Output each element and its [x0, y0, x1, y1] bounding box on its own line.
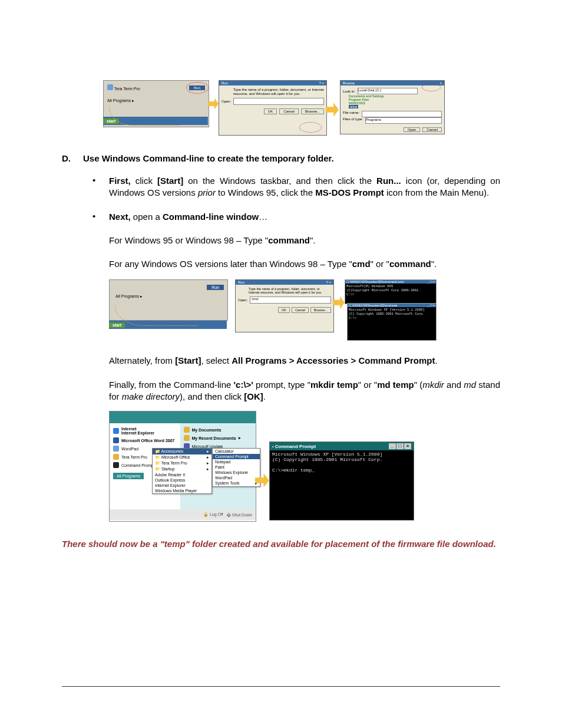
bullet-icon: • [92, 175, 109, 199]
fly2-notepad: Notepad [213, 459, 260, 465]
fly-tera: 📁 Tera Term Pro▸ [153, 460, 211, 466]
open-label: Open: [222, 100, 231, 103]
open-label2: Open: [238, 298, 247, 302]
subpara-win95: For Windows 95 or Windows 98 – Type "com… [109, 235, 500, 246]
open-field [233, 98, 324, 105]
annotation-circle-icon [186, 82, 209, 94]
logoff-btn: 🔒 Log Off [203, 512, 223, 517]
menu-run-highlight2: Run [207, 285, 224, 290]
browse-button2: Browse... [310, 307, 331, 313]
fig1-run-dialog: Run? × Type the name of a program, folde… [219, 80, 327, 136]
ok-button2: OK [278, 307, 290, 313]
document-page: Tera Term Pro All Programs ▸ Run ● Log O… [0, 0, 562, 728]
fig2-run-dialog: Run? × Type the name of a program, folde… [235, 279, 334, 332]
section-letter: D. [62, 153, 83, 163]
annotation-circle-icon [422, 83, 441, 91]
menu-internet: Internet Internet Explorer [113, 426, 177, 436]
app-icon [107, 84, 113, 90]
menu-word: Microsoft Office Word 2007 [113, 436, 177, 444]
folder-list: Documents and Settings Program Files WIN… [343, 94, 442, 108]
fly-accessories: 📁 Accessories▸ [153, 449, 211, 454]
cancel-button2: Cancel [292, 307, 309, 313]
subpara-alternate: Alternately, from [Start], select All Pr… [109, 355, 500, 367]
wordpad-icon [113, 446, 119, 452]
ok-button: OK [264, 108, 277, 114]
fly2-wordpad: WordPad [213, 475, 260, 480]
window-controls: _□× [388, 443, 411, 449]
fly-startup: 📁 Startup▸ [153, 466, 211, 472]
arrow-icon [333, 296, 345, 309]
window-controls: × [439, 81, 442, 85]
filename-label: File name: [343, 111, 359, 117]
fig2-terminal-cmd: C:\WINDOWS\system32\cmd.exe_ □ × Microso… [347, 303, 437, 341]
folder-icon [184, 435, 190, 441]
browse-button: Browse... [301, 108, 324, 114]
fig1-browse-dialog: Browse× Look in: Local Disk (C:) Documen… [340, 80, 445, 134]
fly2-cmd: Command Prompt [213, 454, 260, 459]
fig2-terminal-dos: C:\WINDOWS\system32\command.com_ □ × Mic… [345, 279, 437, 304]
flyout-all-programs: 📁 Accessories▸ 📁 Microsoft Office▸ 📁 Ter… [152, 448, 212, 494]
bullet-next: • Next, open a Command-line window… [92, 211, 500, 223]
word-icon [113, 437, 119, 443]
fly2-systools: System Tools▸ [213, 480, 260, 486]
annotation-circle-icon [299, 122, 322, 133]
fly-msoffice: 📁 Microsoft Office▸ [153, 454, 211, 460]
menu-allprograms2: All Programs ▸ [115, 294, 143, 299]
fly-outlook: Outlook Express [153, 477, 211, 483]
run-title2: Run [238, 281, 244, 284]
menu-recent: My Recent Documents ▸ [184, 434, 252, 442]
run-desc2: Type the name of a program, folder, docu… [236, 285, 333, 295]
all-programs-btn: All Programs [113, 473, 144, 479]
bullet-first: • First, click [Start] on the Windows ta… [92, 175, 500, 199]
browse-title: Browse [343, 81, 355, 85]
menu-tera: Tera Term Pro [107, 84, 140, 91]
tera-icon [113, 454, 119, 460]
start-button2: start [109, 322, 125, 328]
window-controls: ? × [319, 81, 324, 85]
subpara-finally: Finally, from the Command-line 'c:\>' pr… [109, 379, 500, 403]
fly-ie: Internet Explorer [153, 483, 211, 488]
fly-adobe: Adobe Reader X [153, 472, 211, 477]
subpara-later: For any Windows OS versions later than W… [109, 258, 500, 270]
annotation-arrow-curve [109, 106, 180, 126]
ie-icon [113, 428, 119, 434]
filesoftype-label: Files of type: [343, 117, 363, 124]
lookin-field: Local Disk (C:) [358, 88, 418, 94]
fly2-wexpl: Windows Explorer [213, 470, 260, 475]
menu-mydocs: My Documents [184, 426, 252, 434]
flyout-accessories: Calculator Command Prompt Notepad Paint … [212, 448, 260, 487]
menu-allprograms: All Programs ▸ [107, 98, 134, 103]
final-note: There should now be a "temp" folder crea… [62, 538, 500, 550]
arrow-icon [208, 98, 219, 110]
fly-wmp: Windows Media Player [153, 488, 211, 493]
fly2-calc: Calculator [213, 449, 260, 454]
cmd-icon [113, 462, 119, 468]
open-field2: cmd [250, 297, 331, 304]
start-bottom-bar: 🔒 Log Off ⏻ Shut Down [110, 509, 256, 520]
start-header-band [110, 411, 256, 423]
lookin-label: Look in: [343, 90, 355, 93]
filesoftype-field: Programs [365, 117, 442, 124]
window-controls: ? × [326, 281, 331, 284]
fig3-command-prompt: ▪ Command Prompt _□× Microsoft Windows X… [269, 442, 414, 521]
filename-field [362, 111, 442, 117]
figure-start-run-browse: Tera Term Pro All Programs ▸ Run ● Log O… [103, 80, 445, 145]
fig3-start-menu: Internet Internet Explorer Microsoft Off… [109, 411, 256, 522]
open-button: Open [404, 127, 421, 132]
cancel-button: Cancel [279, 108, 299, 114]
arrow-icon [326, 103, 339, 117]
run-title: Run [222, 81, 228, 85]
footer-rule [62, 686, 500, 687]
run-desc: Type the name of a program, folder, docu… [219, 85, 326, 97]
folder-icon [184, 427, 190, 433]
bullet-icon: • [92, 211, 109, 223]
section-d-heading: D. Use Windows Command-line to create th… [62, 153, 500, 163]
shutdown-btn: ⏻ Shut Down [227, 513, 252, 517]
fly2-paint: Paint [213, 465, 260, 470]
cancel2-button: Cancel [422, 127, 442, 132]
figure-run-cmd: All Programs ▸ Run start Run? × Type the… [109, 279, 437, 343]
section-heading-text: Use Windows Command-line to create the t… [83, 153, 500, 163]
figure-startmenu-cmdprompt: Internet Internet Explorer Microsoft Off… [109, 411, 413, 525]
